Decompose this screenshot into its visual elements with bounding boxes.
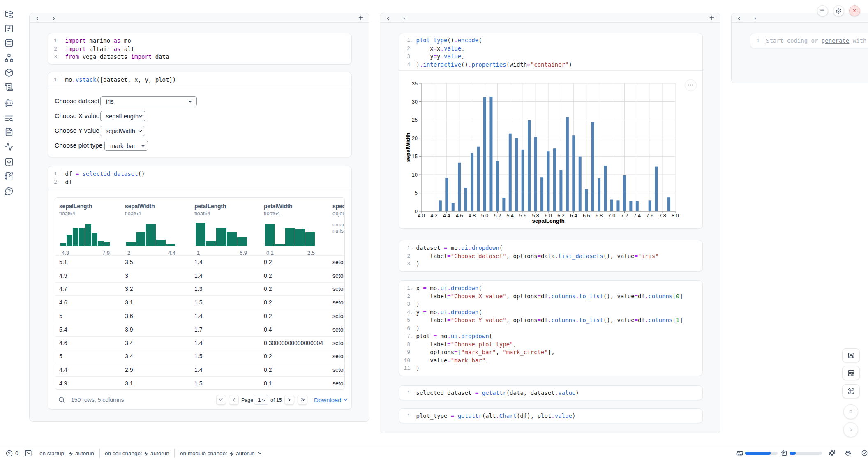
svg-text:8.0: 8.0 bbox=[672, 213, 679, 219]
svg-text:20: 20 bbox=[412, 136, 418, 141]
svg-text:4.0: 4.0 bbox=[418, 213, 425, 219]
svg-text:7.2: 7.2 bbox=[621, 213, 628, 219]
svg-text:6.8: 6.8 bbox=[596, 213, 603, 219]
svg-text:15: 15 bbox=[412, 154, 418, 159]
svg-text:4.2: 4.2 bbox=[430, 213, 437, 219]
svg-text:sepalWidth: sepalWidth bbox=[405, 133, 411, 162]
svg-text:10: 10 bbox=[412, 172, 418, 178]
svg-text:7.6: 7.6 bbox=[646, 213, 653, 219]
svg-text:5.6: 5.6 bbox=[519, 213, 526, 219]
svg-text:7.0: 7.0 bbox=[608, 213, 615, 219]
svg-text:sepalLength: sepalLength bbox=[532, 218, 565, 224]
svg-text:4.4: 4.4 bbox=[443, 213, 450, 219]
svg-text:7.8: 7.8 bbox=[659, 213, 666, 219]
svg-text:35: 35 bbox=[412, 81, 418, 87]
svg-text:5: 5 bbox=[415, 190, 418, 196]
svg-text:30: 30 bbox=[412, 99, 418, 105]
svg-text:0: 0 bbox=[415, 209, 418, 214]
svg-text:25: 25 bbox=[412, 117, 418, 123]
svg-text:5.4: 5.4 bbox=[507, 213, 514, 219]
svg-text:6.6: 6.6 bbox=[583, 213, 590, 219]
svg-text:4.8: 4.8 bbox=[469, 213, 476, 219]
svg-text:7.4: 7.4 bbox=[634, 213, 641, 219]
svg-text:5.2: 5.2 bbox=[494, 213, 501, 219]
svg-text:6.4: 6.4 bbox=[570, 213, 577, 219]
svg-text:5.0: 5.0 bbox=[481, 213, 488, 219]
svg-text:4.6: 4.6 bbox=[456, 213, 463, 219]
